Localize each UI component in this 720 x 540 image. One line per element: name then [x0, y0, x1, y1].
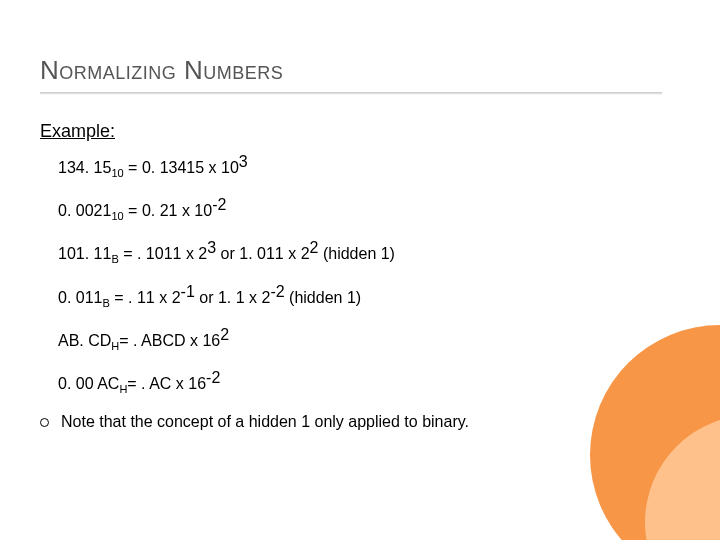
eq3-base: B: [111, 254, 118, 266]
eq3-tail: (hidden 1): [318, 245, 395, 262]
eq3-or: or 1. 011 x 2: [216, 245, 309, 262]
eq2-mantissa: 0. 0021: [58, 202, 111, 219]
note-row: Note that the concept of a hidden 1 only…: [40, 413, 680, 431]
eq1-base: 10: [111, 167, 123, 179]
eq6-exp: -2: [206, 369, 220, 386]
slide-title: Normalizing Numbers: [40, 55, 680, 86]
eq2-exp: -2: [212, 196, 226, 213]
eq2-rhs: = 0. 21 x 10: [124, 202, 213, 219]
eq3-mantissa: 101. 11: [58, 245, 111, 262]
eq1-rhs: = 0. 13415 x 10: [124, 159, 239, 176]
eq5-rhs: = . ABCD x 16: [119, 332, 220, 349]
eq4-rhs: = . 11 x 2: [110, 289, 181, 306]
eq3-exp: 3: [207, 239, 216, 256]
equation-4: 0. 011B = . 11 x 2-1 or 1. 1 x 2-2 (hidd…: [58, 284, 680, 309]
equation-2: 0. 002110 = 0. 21 x 10-2: [58, 197, 680, 222]
eq6-mantissa: 0. 00 AC: [58, 375, 119, 392]
eq4-base: B: [102, 297, 109, 309]
eq4-mantissa: 0. 011: [58, 289, 102, 306]
bullet-icon: [40, 418, 49, 427]
equation-list: 134. 1510 = 0. 13415 x 103 0. 002110 = 0…: [40, 154, 680, 395]
eq4-exp2: -2: [270, 283, 284, 300]
equation-1: 134. 1510 = 0. 13415 x 103: [58, 154, 680, 179]
eq5-mantissa: AB. CD: [58, 332, 111, 349]
eq6-rhs: = . AC x 16: [127, 375, 206, 392]
eq2-base: 10: [111, 210, 123, 222]
title-shadow: [40, 92, 662, 95]
equation-5: AB. CDH= . ABCD x 162: [58, 327, 680, 352]
example-label: Example:: [40, 121, 680, 142]
eq1-mantissa: 134. 15: [58, 159, 111, 176]
eq4-exp: -1: [181, 283, 195, 300]
eq3-rhs: = . 1011 x 2: [119, 245, 208, 262]
note-text: Note that the concept of a hidden 1 only…: [61, 413, 469, 431]
equation-6: 0. 00 ACH= . AC x 16-2: [58, 370, 680, 395]
eq5-exp: 2: [220, 326, 229, 343]
eq4-or: or 1. 1 x 2: [195, 289, 271, 306]
equation-3: 101. 11B = . 1011 x 23 or 1. 011 x 22 (h…: [58, 240, 680, 265]
eq4-tail: (hidden 1): [285, 289, 362, 306]
eq1-exp: 3: [239, 153, 248, 170]
